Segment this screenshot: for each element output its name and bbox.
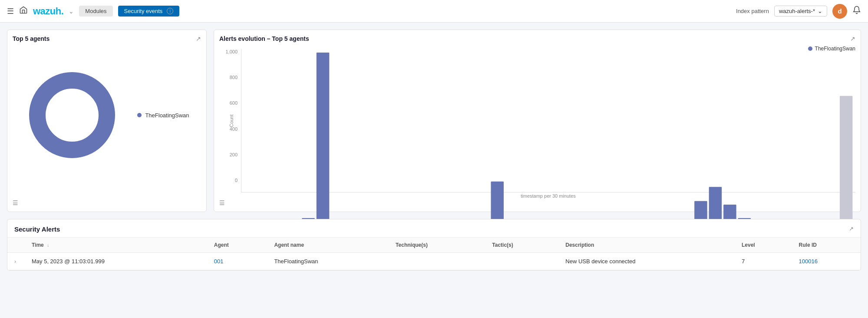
th-rule-id[interactable]: Rule ID [792,238,861,253]
modules-button[interactable]: Modules [79,6,112,17]
td-tactics [485,253,558,270]
legend-dot-0 [137,113,142,117]
topnav: ☰ wazuh. ⌄ Modules Security events i Ind… [0,0,868,23]
table-header-row: Time ↓ Agent Agent name Technique(s) Tac… [7,238,861,253]
main-content: Top 5 agents ↗ TheFloatingSwan ☰ [0,23,868,278]
td-techniques [389,253,485,270]
td-agent-name: TheFloatingSwan [267,253,389,270]
alerts-table-header: Security Alerts ↗ [7,219,861,238]
chart-area: 0 200 400 600 800 1,000 Count [219,49,855,192]
top-panels-row: Top 5 agents ↗ TheFloatingSwan ☰ [7,30,861,212]
donut-chart [24,67,120,163]
donut-legend: TheFloatingSwan [137,112,189,119]
y-axis-label: Count [229,114,234,127]
th-level[interactable]: Level [735,238,792,253]
th-agent[interactable]: Agent [207,238,267,253]
bell-icon[interactable] [852,6,861,17]
th-techniques[interactable]: Technique(s) [389,238,485,253]
security-alerts-title: Security Alerts [14,225,60,233]
info-icon: i [167,8,173,14]
top5-agents-title: Top 5 agents [13,35,201,42]
donut-chart-container: TheFloatingSwan [13,46,201,185]
avatar[interactable]: d [832,4,847,19]
td-level: 7 [735,253,792,270]
nav-chevron-icon[interactable]: ⌄ [69,8,74,15]
td-description: New USB device connected [558,253,735,270]
svg-rect-43 [840,96,853,236]
td-rule-id[interactable]: 100016 [792,253,861,270]
th-agent-name[interactable]: Agent name [267,238,389,253]
alerts-evolution-panel: Alerts evolution – Top 5 agents ↗ TheFlo… [214,30,861,212]
top5-agents-panel: Top 5 agents ↗ TheFloatingSwan ☰ [7,30,207,212]
row-expander[interactable]: › [7,253,25,270]
svg-point-1 [48,91,96,139]
chevron-down-icon: ⌄ [818,8,822,14]
sort-icon: ↓ [47,243,49,248]
alerts-legend-icon[interactable]: ☰ [219,199,225,206]
svg-rect-7 [317,53,330,236]
alerts-evolution-title: Alerts evolution – Top 5 agents [219,35,855,42]
hamburger-icon[interactable]: ☰ [7,7,14,16]
home-icon[interactable] [19,6,28,17]
app-logo: wazuh. [33,6,63,17]
index-pattern-select[interactable]: wazuh-alerts-* ⌄ [774,6,827,17]
security-alerts-table: Time ↓ Agent Agent name Technique(s) Tac… [7,238,861,270]
top5-expand-icon[interactable]: ↗ [196,35,201,42]
legend-item-0: TheFloatingSwan [137,112,189,119]
security-alerts-panel: Security Alerts ↗ Time ↓ Agent Agent nam… [7,219,861,271]
table-row[interactable]: › May 5, 2023 @ 11:03:01.999 001 TheFloa… [7,253,861,270]
th-tactics[interactable]: Tactic(s) [485,238,558,253]
security-events-button[interactable]: Security events i [118,6,180,17]
th-description[interactable]: Description [558,238,735,253]
legend-label-0: TheFloatingSwan [145,112,189,119]
td-time: May 5, 2023 @ 11:03:01.999 [25,253,207,270]
table-expand-icon[interactable]: ↗ [849,225,854,232]
panel-legend-icon[interactable]: ☰ [13,199,18,206]
th-expander [7,238,25,253]
alerts-expand-icon[interactable]: ↗ [850,35,855,42]
index-pattern-label: Index pattern [736,8,769,14]
td-agent[interactable]: 001 [207,253,267,270]
th-time[interactable]: Time ↓ [25,238,207,253]
